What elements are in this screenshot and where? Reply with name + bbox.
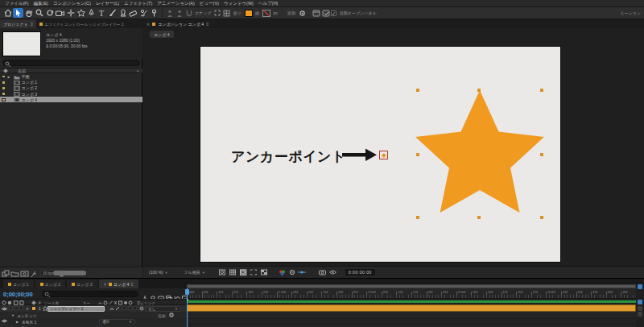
snap-label[interactable]: スナップ <box>195 10 211 15</box>
zoom-tool[interactable] <box>34 8 44 18</box>
add-property-icon[interactable] <box>169 313 174 318</box>
horizontal-scrollbar[interactable] <box>53 271 86 275</box>
project-row-3[interactable]: コンポ 3 <box>0 91 142 97</box>
channel-icon[interactable] <box>279 269 286 276</box>
anchor-point-marker[interactable] <box>379 151 388 159</box>
menu-item-0[interactable]: ファイル(F) <box>5 1 29 6</box>
stroke-color-swatch[interactable] <box>262 10 270 17</box>
snapshot-icon[interactable] <box>319 269 326 276</box>
index-col-label[interactable]: # <box>39 301 41 305</box>
contents-expander[interactable]: ▼ <box>11 313 14 317</box>
menu-item-6[interactable]: ビュー(V) <box>200 1 219 6</box>
item-name[interactable]: コンポ 4 <box>22 97 38 102</box>
puppet-pin-tool[interactable] <box>149 8 159 18</box>
add-gear-icon[interactable] <box>298 8 307 18</box>
preview-timecode[interactable]: 0:00:00:00 <box>345 269 375 275</box>
menu-item-4[interactable]: エフェクト(T) <box>124 1 152 6</box>
composition-tab-title[interactable]: コンポジション コンポ 4 <box>158 22 204 27</box>
type-tool[interactable]: T <box>97 8 107 18</box>
exposure-gear-icon[interactable] <box>289 269 296 276</box>
layer-row[interactable]: ▼ 1 シェイプレイヤー 1 なし▼ <box>0 305 187 312</box>
item-expander[interactable]: ▶ <box>8 75 11 79</box>
transparency-grid-icon[interactable] <box>261 269 268 276</box>
project-row-4[interactable]: コンポ 4 <box>0 97 142 102</box>
panel-check-icon[interactable] <box>321 8 330 18</box>
item-name[interactable]: コンポ 1 <box>22 80 38 85</box>
item-name[interactable]: コンポ 2 <box>22 85 38 90</box>
item-label-color[interactable] <box>2 98 6 102</box>
item-name[interactable]: コンポ 3 <box>22 92 38 97</box>
pen-tool[interactable] <box>86 8 97 18</box>
layer-expander[interactable]: ▼ <box>26 307 29 311</box>
clone-stamp-tool[interactable] <box>118 8 128 18</box>
panel-icon[interactable] <box>312 8 320 18</box>
menu-item-3[interactable]: レイヤー(L) <box>96 1 119 6</box>
project-row-0[interactable]: ▶平面 <box>0 74 142 80</box>
roto-brush-tool[interactable] <box>138 8 149 18</box>
composition-canvas[interactable]: アンカーポイント <box>200 46 561 263</box>
scrollbar-top[interactable] <box>638 312 642 317</box>
layer-quality-icons[interactable] <box>109 306 120 312</box>
tab-effect-controls[interactable]: エフェクトコントロール シェイプレイヤー 1 <box>36 22 126 27</box>
parent-dropdown[interactable]: なし▼ <box>145 306 181 312</box>
selection-handle[interactable] <box>416 216 419 219</box>
key-col[interactable]: キー <box>83 301 90 305</box>
sort-icon[interactable]: ▲ <box>136 68 139 72</box>
selection-handle[interactable] <box>540 153 543 156</box>
layer-eye-icon[interactable] <box>2 307 7 312</box>
panel-menu-icon[interactable]: ≡ <box>31 22 34 27</box>
pickwhip-icon[interactable] <box>139 306 144 312</box>
source-name-col[interactable]: ソース名 <box>44 301 59 305</box>
camera-tool[interactable] <box>55 8 65 18</box>
grid-icon[interactable] <box>222 8 231 18</box>
current-timecode[interactable]: 0;00;00;00 <box>3 291 33 298</box>
playhead-handle[interactable] <box>185 289 189 295</box>
timeline-tab-0[interactable]: コンポ 1 <box>3 279 34 288</box>
show-snapshot-icon[interactable] <box>329 269 336 276</box>
exposure-slider-icon[interactable] <box>299 269 307 276</box>
timeline-tab-2[interactable]: コンポ 3 <box>67 279 97 288</box>
brush-tool[interactable] <box>107 8 118 18</box>
item-label-color[interactable] <box>2 92 6 96</box>
time-ruler[interactable]: :00f05f10f15f20f25f1:00f05f10f15f20f25f2… <box>187 288 636 299</box>
panel-menu-icon[interactable]: ≡ <box>130 282 134 287</box>
close-tab-icon[interactable]: ✕ <box>104 282 107 287</box>
contents-label[interactable]: コンテンツ <box>17 313 37 318</box>
project-search-input[interactable] <box>2 60 140 66</box>
eraser-tool[interactable] <box>128 8 138 18</box>
hand-tool[interactable] <box>23 8 34 18</box>
selection-handle[interactable] <box>540 216 543 219</box>
layer-label-color[interactable] <box>31 306 36 311</box>
transform-row[interactable]: ▶ トランスフォーム リセット <box>0 324 187 327</box>
item-label-color[interactable] <box>2 86 6 90</box>
selection-handle[interactable] <box>477 89 481 92</box>
timeline-search-input[interactable] <box>42 291 138 297</box>
mask-tool[interactable] <box>76 8 86 18</box>
snap-icon[interactable] <box>184 8 193 18</box>
project-row-2[interactable]: コンポ 2 <box>0 85 142 91</box>
item-label-color[interactable] <box>2 81 6 85</box>
mask-visibility-icon[interactable] <box>240 269 247 276</box>
project-row-1[interactable]: コンポ 1 <box>0 80 142 85</box>
work-area-end-handle[interactable] <box>638 284 642 289</box>
comp-button-icon[interactable] <box>638 306 642 311</box>
menu-item-7[interactable]: ウィンドウ(W) <box>224 1 254 6</box>
selection-handle[interactable] <box>540 89 543 92</box>
parent-link-col[interactable]: 親とリンク <box>137 301 155 305</box>
viewer-panel-menu-icon[interactable]: ≡ <box>206 22 209 27</box>
item-name[interactable]: 平面 <box>22 74 30 79</box>
selection-handle[interactable] <box>416 153 419 156</box>
close-tab-icon[interactable]: ✕ <box>147 22 150 27</box>
region-of-interest-icon[interactable] <box>250 269 258 276</box>
menu-item-5[interactable]: アニメーション(A) <box>157 1 195 6</box>
timeline-tab-3[interactable]: ✕コンポ 4≡ <box>99 279 138 288</box>
character-tool-icon[interactable] <box>165 8 174 18</box>
name-column-label[interactable]: 名前 <box>18 68 26 73</box>
selection-tool[interactable] <box>13 8 23 18</box>
comp-marker-bin[interactable] <box>638 300 642 304</box>
layer-duration-bar[interactable] <box>187 304 636 312</box>
selection-handle[interactable] <box>416 89 419 92</box>
workspace-label[interactable]: モーション <box>621 10 641 15</box>
item-label-color[interactable] <box>2 75 6 79</box>
stroke-width-label[interactable]: px <box>273 10 277 15</box>
